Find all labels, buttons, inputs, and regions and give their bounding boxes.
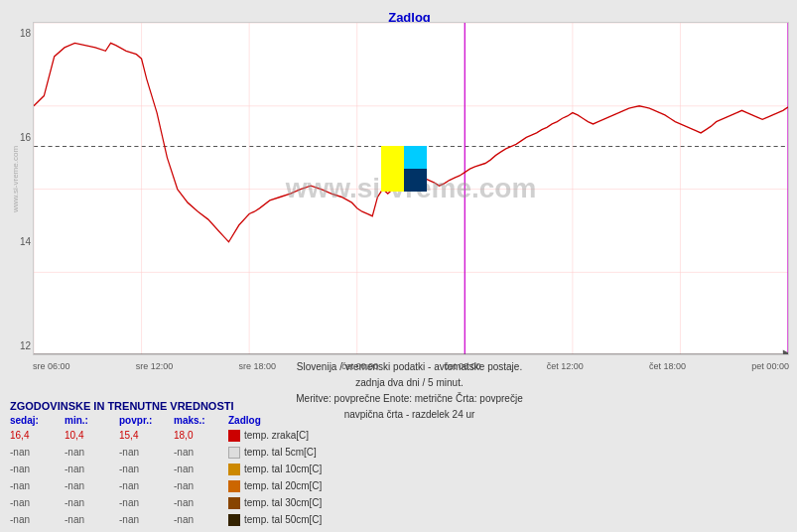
- legend-row-3-povpr: -nan: [119, 477, 174, 494]
- svg-marker-15: [783, 349, 788, 354]
- legend-row-0-label: temp. zraka[C]: [244, 427, 309, 444]
- chart-area: www.si-vreme.com: [33, 22, 789, 355]
- legend-header: sedaj: min.: povpr.: maks.: Zadlog: [10, 415, 789, 426]
- legend-row-0-maks: 18,0: [174, 427, 228, 444]
- legend-row-4-label: temp. tal 30cm[C]: [244, 494, 322, 511]
- legend-row-1-sedaj: -nan: [10, 444, 65, 461]
- legend-row-2-maks: -nan: [174, 461, 228, 477]
- legend-row-3-sedaj: -nan: [10, 477, 65, 494]
- legend-row-0-sedaj: 16,4: [10, 427, 65, 444]
- legend-row-3: -nan -nan -nan -nan temp. tal 20cm[C]: [10, 477, 789, 494]
- legend-row-4-color: [228, 497, 240, 509]
- logo: [381, 146, 427, 192]
- legend-row-2-sedaj: -nan: [10, 461, 65, 477]
- legend-row-2-color: [228, 464, 240, 475]
- legend-row-0-color: [228, 430, 240, 442]
- legend-row-4-povpr: -nan: [119, 494, 174, 511]
- legend-row-4-maks: -nan: [174, 494, 228, 511]
- legend-row-0-min: 10,4: [65, 427, 119, 444]
- legend-row-2-povpr: -nan: [119, 461, 174, 477]
- legend-row-5: -nan -nan -nan -nan temp. tal 50cm[C]: [10, 511, 789, 528]
- legend-col-maks: maks.:: [174, 415, 228, 426]
- legend-row-3-maks: -nan: [174, 477, 228, 494]
- legend-row-1-min: -nan: [65, 444, 119, 461]
- legend-row-0-povpr: 15,4: [119, 427, 174, 444]
- legend-row-0: 16,4 10,4 15,4 18,0 temp. zraka[C]: [10, 427, 789, 444]
- legend-row-3-label: temp. tal 20cm[C]: [244, 477, 322, 494]
- legend-title: ZGODOVINSKE IN TRENUTNE VREDNOSTI: [10, 400, 789, 412]
- legend-row-4: -nan -nan -nan -nan temp. tal 30cm[C]: [10, 494, 789, 511]
- legend-row-2: -nan -nan -nan -nan temp. tal 10cm[C]: [10, 461, 789, 477]
- legend-row-5-maks: -nan: [174, 511, 228, 528]
- legend-row-1: -nan -nan -nan -nan temp. tal 5cm[C]: [10, 444, 789, 461]
- legend-row-2-min: -nan: [65, 461, 119, 477]
- legend-row-4-sedaj: -nan: [10, 494, 65, 511]
- legend-row-1-label: temp. tal 5cm[C]: [244, 444, 317, 461]
- desc-line-1: Slovenija / vremenski podatki - avtomats…: [30, 359, 789, 375]
- legend-row-4-min: -nan: [65, 494, 119, 511]
- desc-line-2: zadnja dva dni / 5 minut.: [30, 375, 789, 391]
- side-watermark: www.si-vreme.com: [12, 146, 21, 212]
- legend-col-povpr: povpr.:: [119, 415, 174, 426]
- legend-row-2-label: temp. tal 10cm[C]: [244, 461, 322, 477]
- legend-row-1-maks: -nan: [174, 444, 228, 461]
- legend-row-5-sedaj: -nan: [10, 511, 65, 528]
- legend-row-5-label: temp. tal 50cm[C]: [244, 511, 322, 528]
- legend-col-sedaj: sedaj:: [10, 415, 65, 426]
- legend-row-3-color: [228, 480, 240, 492]
- legend-col-loc: Zadlog: [228, 415, 328, 426]
- legend-row-5-color: [228, 514, 240, 526]
- main-container: www.si-vreme.com Zadlog 18 16 14 12 www.…: [0, 0, 797, 532]
- legend-col-min: min.:: [65, 415, 119, 426]
- legend-area: ZGODOVINSKE IN TRENUTNE VREDNOSTI sedaj:…: [10, 400, 789, 528]
- legend-row-5-min: -nan: [65, 511, 119, 528]
- legend-row-5-povpr: -nan: [119, 511, 174, 528]
- legend-row-3-min: -nan: [65, 477, 119, 494]
- legend-row-1-color: [228, 447, 240, 459]
- legend-row-1-povpr: -nan: [119, 444, 174, 461]
